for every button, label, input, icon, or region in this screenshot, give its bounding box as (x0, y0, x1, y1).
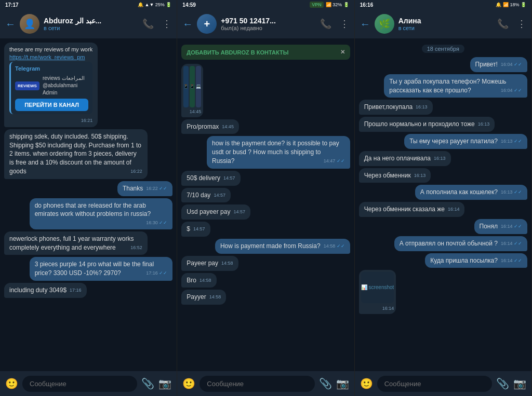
contact-name-3: Алина (398, 17, 493, 25)
chat-panel-1: 17:17 🔔 ▲▼ 25% 🔋 ← 👤 Abduroz عبد الر... … (0, 0, 177, 396)
msg-text: How is payment made from Russia? (220, 242, 321, 250)
avatar-2: + (197, 14, 217, 34)
msg-time-5: 16:52 (130, 244, 142, 251)
message-input-1[interactable] (22, 376, 137, 392)
msg-text: newerlock phones, full 1 year warranty w… (9, 235, 134, 251)
chat-header-3: ← 🌿 Алина в сети 📞 ⋮ (355, 9, 531, 38)
msg-text: Payeer pay (187, 260, 218, 267)
avatar-1: 👤 (20, 14, 39, 34)
msg-received-2: shipping sdek, duty included. 50$ shippi… (4, 129, 148, 179)
msg-time-p3-10: 16:14 ✓✓ (501, 223, 522, 230)
msg-sent-p3-1: Привет! 16:04 ✓✓ (470, 57, 527, 72)
chat-panel-2: 14:59 VPN 📶 32% 🔋 ← + +971 50 12417... б… (177, 0, 354, 396)
tg-card-btn[interactable]: ПЕРЕЙТИ В КАНАЛ (15, 99, 88, 111)
status-bar-2: 14:59 VPN 📶 32% 🔋 (177, 0, 354, 9)
msg-text: Да на него оплачивала (364, 155, 431, 162)
input-bar-1: 🙂 📎 📷 (0, 371, 177, 396)
msg-time-p2-4: 14:57 (214, 192, 225, 199)
msg-received-p2-5: $ 14:57 (181, 222, 210, 237)
msg-received-p3-5: Через обменник сказала же 16:14 (359, 202, 465, 217)
chat-panel-3: 16:16 🔔 📶 18% 🔋 ← 🌿 Алина в сети 📞 ⋮ 18 … (355, 0, 532, 396)
msg-link[interactable]: https://t.me/work_reviews_pm (9, 54, 85, 60)
phone-icon-3[interactable]: 📞 (497, 18, 509, 30)
msg-sent-3: 3 pieces purple 14 pro what will be the … (30, 257, 173, 281)
emoji-icon-3[interactable]: 🙂 (360, 377, 373, 390)
camera-icon-2[interactable]: 📷 (336, 377, 349, 390)
msg-text: these are my reviews of my workhttps://t… (9, 46, 92, 62)
phone-icon-2[interactable]: 📞 (320, 18, 331, 30)
msg-text: including duty 3049$ (9, 286, 66, 294)
camera-icon-3[interactable]: 📷 (513, 377, 526, 390)
msg-received-p2-3: 7/10 day 14:57 (181, 188, 231, 203)
menu-icon-1[interactable]: ⋮ (162, 18, 171, 30)
message-input-2[interactable] (200, 376, 314, 392)
msg-text: Куда пришла посылка? (430, 257, 498, 264)
vpn-badge: VPN (310, 2, 324, 8)
banner-close[interactable]: ✕ (340, 49, 345, 56)
message-input-3[interactable] (377, 376, 492, 392)
attach-icon-3[interactable]: 📎 (496, 377, 509, 390)
tick-p3-4: ✓✓ (514, 189, 522, 195)
chat-header-1: ← 👤 Abduroz عبد الر... в сети 📞 ⋮ (0, 9, 177, 38)
msg-time-3: 16:22 ✓✓ (146, 185, 167, 192)
msg-time-p3-11: 16:14 ✓✓ (501, 240, 522, 247)
msg-text: Payyer (187, 293, 206, 301)
contact-status-2: был(а) недавно (221, 25, 315, 31)
msg-time: 16:21 (81, 117, 93, 124)
msg-time-p3-6: 16:13 (434, 155, 446, 162)
msg-sent-1: Thanks 16:22 ✓✓ (117, 181, 172, 196)
back-button-3[interactable]: ← (360, 18, 370, 30)
msg-text: 3 pieces purple 14 pro what will be the … (35, 261, 154, 277)
tick-p3-7: ✓✓ (514, 258, 522, 263)
img-cell-1: 📱 (183, 66, 189, 107)
back-button-1[interactable]: ← (5, 18, 16, 30)
tick-p3-5: ✓✓ (514, 224, 522, 229)
msg-received-3: newerlock phones, full 1 year warranty w… (4, 231, 148, 255)
msg-text: 7/10 day (187, 192, 210, 199)
tick-p3-6: ✓✓ (514, 241, 522, 246)
msg-text: Понял (480, 223, 498, 230)
phone-icon-1[interactable]: 📞 (142, 18, 154, 30)
msg-sent-p3-4: А пополнила как кошелек? 16:13 ✓✓ (415, 185, 527, 200)
avatar-3: 🌿 (375, 14, 394, 34)
attach-icon-2[interactable]: 📎 (319, 377, 332, 390)
msg-time-img: 14:45 (190, 108, 202, 115)
status-time-2: 14:59 (182, 2, 196, 8)
msg-time-p2-8: 14:58 (221, 260, 233, 267)
menu-icon-3[interactable]: ⋮ (517, 18, 526, 30)
msg-received-1: these are my reviews of my workhttps://t… (4, 43, 98, 127)
emoji-icon-1[interactable]: 🙂 (5, 377, 18, 390)
img-cell-3: 💻 (196, 66, 201, 107)
emoji-icon-2[interactable]: 🙂 (182, 377, 195, 390)
chat-area-2: ДОБАВИТЬ ABDUROZ В КОНТАКТЫ ✕ 📱 📱 💻 14:4… (177, 38, 354, 371)
menu-icon-2[interactable]: ⋮ (340, 18, 349, 30)
camera-icon-1[interactable]: 📷 (158, 377, 171, 390)
chat-header-2: ← + +971 50 12417... был(а) недавно 📞 ⋮ (177, 9, 354, 38)
msg-text: Thanks (123, 185, 143, 192)
msg-time-p3-img: 16:14 (382, 305, 394, 312)
tg-card-inner: REVIEWS reviews المراجعات@abdulahmaniAdm… (15, 75, 88, 97)
tg-card-sub: reviews المراجعات@abdulahmaniAdmin (43, 75, 85, 97)
header-info-1: Abduroz عبد الر... в сети (44, 17, 138, 31)
status-icons-3: 🔔 📶 18% 🔋 (496, 2, 526, 7)
header-info-3: Алина в сети (398, 17, 493, 31)
msg-received-p2-1: Pro/promax 14:45 (181, 119, 239, 134)
msg-received-p2-8: Payyer 14:58 (181, 290, 226, 305)
msg-text: Через обменник сказала же (364, 206, 445, 213)
image-grid: 📱 📱 💻 (183, 66, 201, 107)
msg-text: Pro/promax (187, 123, 219, 130)
status-time-1: 17:17 (5, 2, 19, 8)
msg-time-p3-9: 16:14 (448, 206, 460, 213)
attach-icon-1[interactable]: 📎 (141, 377, 154, 390)
msg-received-4: including duty 3049$ 17:16 (4, 283, 87, 298)
msg-text: А пополнила как кошелек? (420, 188, 498, 196)
status-time-3: 16:16 (360, 2, 374, 8)
msg-sent-p3-5: Понял 16:14 ✓✓ (474, 219, 527, 234)
back-button-2[interactable]: ← (182, 18, 193, 30)
tick-p3-3: ✓✓ (514, 139, 522, 144)
msg-sent-p3-2: Ты у араба покупала телефон? Можешь расс… (384, 74, 527, 98)
status-bar-3: 16:16 🔔 📶 18% 🔋 (355, 0, 531, 9)
tick-icon-3: ✓✓ (159, 270, 167, 276)
msg-text: Привет! (475, 61, 498, 68)
header-actions-3: 📞 ⋮ (497, 18, 526, 30)
